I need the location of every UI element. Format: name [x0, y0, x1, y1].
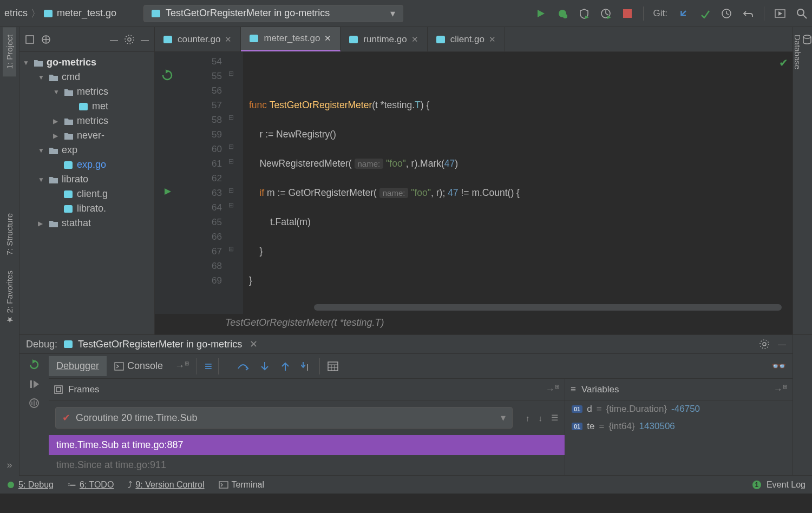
console-tab[interactable]: Console: [107, 356, 171, 376]
vcs-tool-window-button[interactable]: ⤴9: Version Control: [128, 480, 204, 490]
git-history-button[interactable]: [721, 8, 732, 19]
project-tool-tab[interactable]: 1: Project: [3, 27, 16, 76]
step-into-icon[interactable]: [260, 361, 270, 372]
tree-row[interactable]: ▶stathat: [19, 216, 154, 231]
code-line: if m := GetOrRegisterMeter( name: "foo",…: [249, 186, 793, 200]
tree-row[interactable]: met: [19, 99, 154, 114]
breadcrumb-file[interactable]: meter_test.go: [57, 8, 116, 19]
select-opened-file-icon[interactable]: [25, 35, 35, 44]
profile-button[interactable]: [600, 8, 612, 19]
tree-row[interactable]: ▶never-: [19, 128, 154, 143]
pause-button[interactable]: [29, 398, 39, 408]
debug-button[interactable]: [556, 8, 568, 19]
tab-client[interactable]: client.go✕: [428, 27, 505, 51]
frame-row[interactable]: time.Since at time.go:911: [49, 455, 565, 475]
tab-meter-test[interactable]: meter_test.go✕: [241, 27, 340, 51]
tree-row[interactable]: client.g: [19, 187, 154, 201]
debug-tool-window-button[interactable]: 5: Debug: [6, 480, 54, 490]
tree-row[interactable]: ▼metrics: [19, 84, 154, 99]
tab-counter[interactable]: counter.go✕: [155, 27, 241, 51]
fold-open-icon[interactable]: ⊟: [228, 201, 234, 209]
scroll-from-source-icon[interactable]: [41, 35, 51, 44]
git-revert-button[interactable]: [742, 8, 754, 19]
git-commit-button[interactable]: [699, 8, 711, 19]
debug-side-actions: [19, 354, 49, 475]
fold-open-icon[interactable]: ⊟: [228, 70, 234, 77]
goroutine-selector[interactable]: ✔ Goroutine 20 time.Time.Sub ▾: [55, 407, 513, 429]
frame-row[interactable]: time.Time.Sub at time.go:887: [49, 435, 565, 455]
favorites-tool-tab[interactable]: ★2: Favorites: [3, 263, 17, 332]
settings-gear-icon[interactable]: [125, 35, 134, 44]
step-over-icon[interactable]: [237, 361, 249, 372]
line-gutter[interactable]: 54 55 56 57 58 59 60 61 62 63 64 65 66 6…: [179, 52, 227, 314]
tree-row[interactable]: ▼librato: [19, 172, 154, 187]
line-num: 66: [181, 229, 222, 244]
settings-gear-icon[interactable]: [759, 339, 769, 349]
variable-row[interactable]: 01 d = {time.Duration} -46750: [565, 400, 793, 418]
evaluate-icon[interactable]: [328, 361, 338, 371]
close-icon[interactable]: ✕: [250, 338, 258, 350]
int-badge-icon: 01: [572, 405, 582, 413]
fold-gutter[interactable]: ⊟ ⊟ ⊟ ⊟ ⊟ ⊟ ⊟: [227, 52, 244, 314]
git-pull-button[interactable]: [677, 8, 689, 19]
structure-tool-tab[interactable]: 7: Structure: [3, 206, 16, 263]
prev-frame-icon[interactable]: ↑: [526, 413, 530, 423]
fold-close-icon[interactable]: ⊟: [228, 157, 234, 165]
ide-scripts-button[interactable]: [774, 8, 786, 19]
line-num: 62: [181, 171, 222, 186]
tree-row[interactable]: ▼cmd: [19, 70, 154, 84]
pin-icon[interactable]: →⊞: [774, 384, 787, 395]
tab-right-icon[interactable]: →⊞: [175, 360, 189, 372]
var-type: {time.Duration}: [606, 404, 667, 415]
search-button[interactable]: [796, 8, 808, 19]
run-test-icon[interactable]: [163, 187, 172, 196]
tree-row[interactable]: ▶metrics: [19, 114, 154, 128]
fold-open-icon[interactable]: ⊟: [228, 187, 234, 194]
tree-row[interactable]: exp.go: [19, 157, 154, 172]
tab-runtime[interactable]: runtime.go✕: [340, 27, 427, 51]
terminal-tool-window-button[interactable]: Terminal: [219, 480, 264, 490]
coverage-button[interactable]: [578, 8, 590, 19]
glasses-icon[interactable]: 👓: [771, 359, 784, 373]
run-config-selector[interactable]: TestGetOrRegisterMeter in go-metrics ▾: [143, 5, 403, 22]
run-button[interactable]: [535, 8, 547, 19]
event-log-button[interactable]: Event Log: [767, 480, 806, 490]
hide-panel-icon[interactable]: —: [778, 339, 786, 349]
close-icon[interactable]: ✕: [411, 35, 418, 44]
todo-tool-window-button[interactable]: ≔6: TODO: [68, 479, 114, 490]
more-icon[interactable]: »: [6, 459, 12, 471]
line-num: 55: [181, 69, 222, 83]
step-out-icon[interactable]: [280, 361, 290, 372]
database-tool-tab[interactable]: Database: [791, 27, 812, 77]
pin-icon[interactable]: →⊞: [546, 384, 559, 395]
debug-config: TestGetOrRegisterMeter in go-metrics✕: [64, 338, 258, 350]
tree-row[interactable]: ▼exp: [19, 143, 154, 157]
resume-button[interactable]: [29, 379, 40, 390]
fold-open-icon[interactable]: ⊟: [228, 114, 234, 121]
tree-row[interactable]: librato.: [19, 201, 154, 216]
hide-panel-icon[interactable]: —: [141, 35, 149, 44]
rerun-test-icon[interactable]: [161, 69, 173, 81]
debugger-tab[interactable]: Debugger: [49, 356, 107, 376]
editor-body[interactable]: ✔ 54 55 56 57 58 59 60 61 62 63 64 65 66…: [155, 52, 793, 314]
tree-root[interactable]: ▼ go-metrics: [19, 55, 154, 70]
fold-close-icon[interactable]: ⊟: [228, 245, 234, 253]
next-frame-icon[interactable]: ↓: [539, 413, 543, 423]
code-breadcrumb[interactable]: TestGetOrRegisterMeter(t *testing.T): [155, 314, 793, 334]
collapse-all-icon[interactable]: —: [110, 35, 118, 44]
stop-button[interactable]: [621, 8, 633, 19]
close-icon[interactable]: ✕: [489, 35, 496, 44]
project-tree[interactable]: ▼ go-metrics ▼cmd▼metricsmet▶metrics▶nev…: [19, 52, 154, 334]
filter-icon[interactable]: ☰: [551, 413, 558, 423]
event-count-badge[interactable]: 1: [752, 481, 761, 489]
rerun-button[interactable]: [29, 359, 40, 370]
close-icon[interactable]: ✕: [324, 34, 331, 43]
run-to-cursor-icon[interactable]: [301, 361, 312, 372]
breadcrumb-part[interactable]: etrics: [4, 8, 28, 19]
code-area[interactable]: func TestGetOrRegisterMeter(t *testing.T…: [244, 52, 793, 314]
h-scrollbar[interactable]: [314, 304, 782, 311]
variable-row[interactable]: 01 te = {int64} 1430506: [565, 418, 793, 435]
fold-close-icon[interactable]: ⊟: [228, 143, 234, 150]
show-exec-point-icon[interactable]: ≡: [205, 359, 211, 374]
close-icon[interactable]: ✕: [225, 35, 232, 44]
